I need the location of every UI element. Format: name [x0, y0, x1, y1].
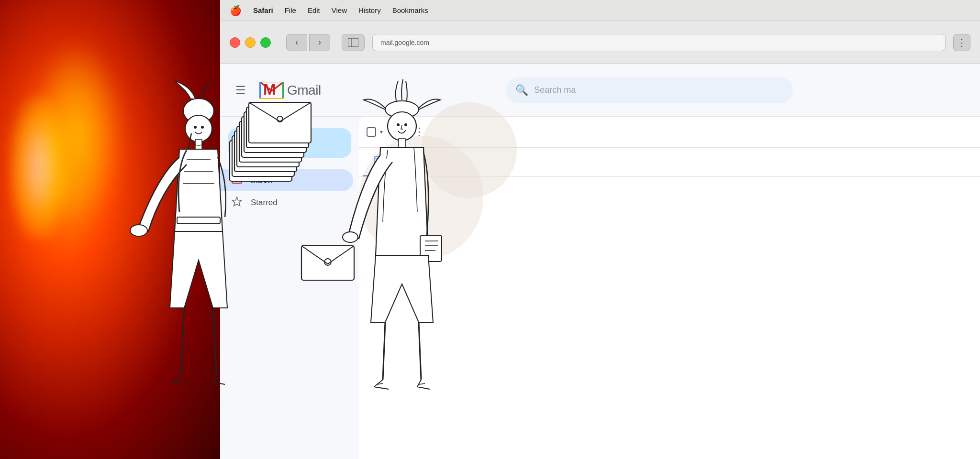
sidebar-item-inbox[interactable]: Inbox — [220, 169, 353, 191]
tab-primary[interactable]: Primary — [363, 148, 425, 176]
menubar-safari[interactable]: Safari — [253, 6, 273, 14]
compose-button[interactable]: ✏ Compose — [228, 128, 351, 158]
gmail-body: ✏ Compose Inbox — [220, 117, 980, 459]
background-photo — [0, 0, 220, 459]
gmail-main-area: ▾ ⋮ — [359, 117, 980, 459]
gmail-tabs: Primary — [359, 148, 980, 177]
fullscreen-button[interactable] — [260, 37, 271, 48]
menubar-bookmarks[interactable]: Bookmarks — [392, 6, 428, 14]
forward-button[interactable]: › — [309, 34, 330, 51]
inbox-label: Inbox — [251, 175, 272, 185]
compose-label: Compose — [256, 138, 292, 148]
address-bar[interactable]: mail.google.com — [372, 34, 946, 51]
browser-more-button[interactable]: ⋮ — [953, 34, 970, 51]
macos-menubar: 🍎 Safari File Edit View History Bookmark… — [220, 0, 980, 21]
apple-menu-icon[interactable]: 🍎 — [230, 5, 242, 16]
gmail-logo: M Gmail — [259, 80, 321, 100]
svg-rect-8 — [376, 160, 379, 163]
more-options-button[interactable]: ⋮ — [410, 122, 429, 142]
sidebar-toggle-button[interactable] — [342, 34, 365, 51]
star-icon — [232, 196, 242, 209]
search-icon: 🔍 — [515, 84, 528, 97]
menubar-history[interactable]: History — [358, 6, 381, 14]
select-all-checkbox[interactable] — [367, 127, 376, 137]
svg-marker-5 — [233, 197, 242, 206]
compose-icon: ✏ — [241, 137, 250, 149]
search-placeholder-text: Search ma — [534, 85, 576, 95]
inbox-icon — [232, 174, 242, 186]
minimize-button[interactable] — [245, 37, 256, 48]
gmail-content: ☰ M Gmail 🔍 Search ma ✏ — [220, 64, 980, 459]
gmail-m-logo-svg: M — [259, 80, 284, 100]
svg-text:M: M — [263, 81, 276, 98]
menubar-file[interactable]: File — [285, 6, 296, 14]
gmail-menu-icon[interactable]: ☰ — [232, 80, 250, 101]
gmail-header: ☰ M Gmail 🔍 Search ma — [220, 64, 980, 117]
gmail-sidebar: ✏ Compose Inbox — [220, 117, 359, 459]
primary-tab-icon — [374, 155, 384, 167]
sidebar-item-starred[interactable]: Starred — [220, 191, 353, 214]
menubar-view[interactable]: View — [332, 6, 347, 14]
gmail-toolbar: ▾ ⋮ — [359, 117, 980, 148]
menubar-edit[interactable]: Edit — [308, 6, 320, 14]
back-button[interactable]: ‹ — [286, 34, 307, 51]
close-button[interactable] — [230, 37, 240, 48]
gmail-search-bar[interactable]: 🔍 Search ma — [506, 77, 793, 103]
select-dropdown-arrow[interactable]: ▾ — [380, 129, 383, 135]
nav-buttons: ‹ › — [286, 34, 330, 51]
traffic-lights — [230, 37, 271, 48]
starred-label: Starred — [251, 198, 278, 208]
svg-rect-6 — [375, 156, 383, 164]
browser-chrome: ‹ › mail.google.com ⋮ — [220, 21, 980, 64]
svg-rect-0 — [348, 38, 358, 47]
refresh-button[interactable] — [387, 122, 406, 142]
gmail-title: Gmail — [287, 83, 321, 98]
primary-tab-label: Primary — [389, 157, 413, 165]
